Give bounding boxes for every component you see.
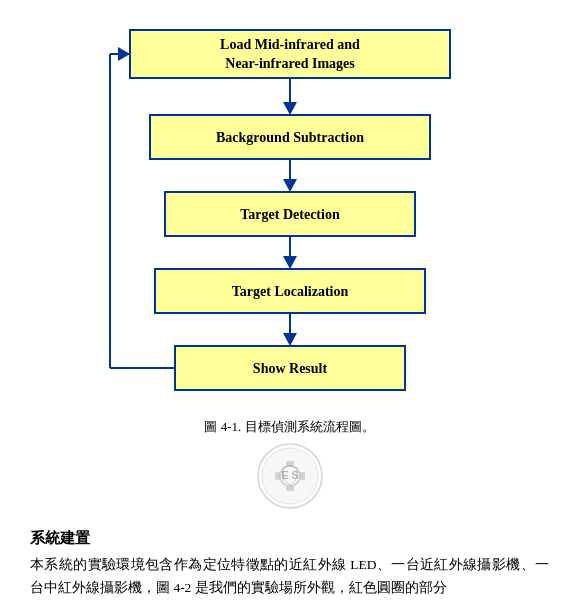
flowchart-caption: 圖 4-1. 目標偵測系統流程圖。 <box>30 418 549 436</box>
flowchart-svg: Load Mid-infrared and Near-infrared Imag… <box>90 20 490 410</box>
svg-marker-8 <box>283 256 297 269</box>
box1-label: Load Mid-infrared and <box>220 37 360 52</box>
svg-marker-2 <box>283 102 297 115</box>
box5-label: Show Result <box>252 361 327 376</box>
watermark-logo: E S <box>30 441 549 511</box>
svg-marker-16 <box>118 47 130 61</box>
page-container: Load Mid-infrared and Near-infrared Imag… <box>0 0 579 610</box>
box1-label2: Near-infrared Images <box>225 56 355 71</box>
section-title: 系統建置 <box>30 529 549 548</box>
box3-label: Target Detection <box>240 207 340 222</box>
body-text: 本系統的實驗環境包含作為定位特徵點的近紅外線 LED、一台近紅外線攝影機、一台中… <box>30 554 549 600</box>
svg-marker-5 <box>283 179 297 192</box>
box2-label: Background Subtraction <box>216 130 364 145</box>
svg-marker-11 <box>283 333 297 346</box>
box4-label: Target Localization <box>231 284 348 299</box>
